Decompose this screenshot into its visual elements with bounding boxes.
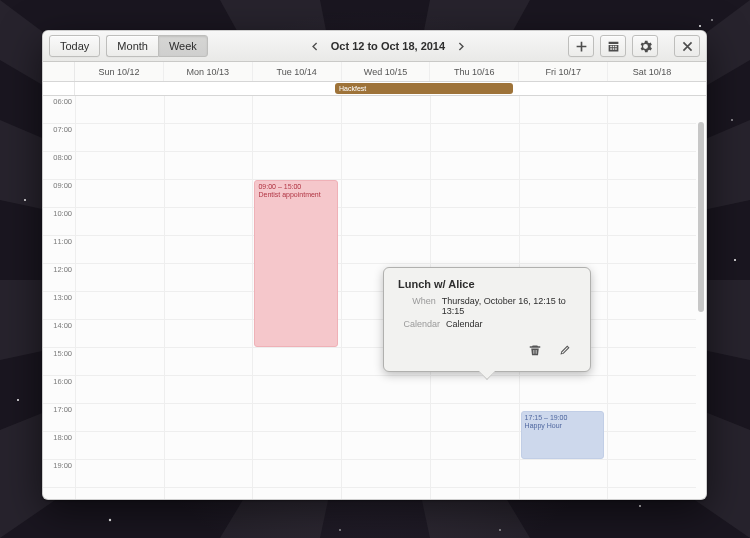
- time-column: 06:00 07:00 08:00 09:00 10:00 11:00 12:0…: [43, 96, 75, 499]
- today-label: Today: [60, 40, 89, 52]
- hour-label: 12:00: [43, 264, 75, 292]
- calendar-grid-icon: [607, 40, 620, 53]
- calendar-window: Today Month Week Oct 12 to Oct 18, 2014: [42, 30, 707, 500]
- day-col-tue[interactable]: 09:00 – 15:00 Dentist appointment: [252, 96, 341, 499]
- event-time: 09:00 – 15:00: [258, 183, 334, 191]
- view-switcher: Month Week: [106, 35, 208, 57]
- close-window-button[interactable]: [674, 35, 700, 57]
- allday-event-label: Hackfest: [339, 85, 366, 92]
- popover-title: Lunch w/ Alice: [398, 278, 576, 290]
- gear-icon: [639, 40, 652, 53]
- popover-cal-key: Calendar: [398, 319, 440, 329]
- allday-event-hackfest[interactable]: Hackfest: [335, 83, 513, 94]
- hour-label: 18:00: [43, 432, 75, 460]
- day-header[interactable]: Fri 10/17: [519, 62, 608, 81]
- month-label: Month: [117, 40, 148, 52]
- hour-label: 10:00: [43, 208, 75, 236]
- today-button[interactable]: Today: [49, 35, 100, 57]
- svg-point-14: [711, 19, 713, 21]
- svg-point-16: [109, 519, 111, 521]
- hour-label: 14:00: [43, 320, 75, 348]
- hour-label: 07:00: [43, 124, 75, 152]
- month-tab[interactable]: Month: [106, 35, 158, 57]
- week-tab[interactable]: Week: [158, 35, 208, 57]
- delete-event-button[interactable]: [524, 339, 546, 361]
- svg-point-21: [731, 119, 733, 121]
- hour-label: 08:00: [43, 152, 75, 180]
- svg-point-22: [17, 399, 19, 401]
- day-header[interactable]: Wed 10/15: [342, 62, 431, 81]
- event-popover: Lunch w/ Alice When Thursday, October 16…: [383, 267, 591, 372]
- close-icon: [681, 40, 694, 53]
- settings-button[interactable]: [632, 35, 658, 57]
- edit-event-button[interactable]: [554, 339, 576, 361]
- day-col-mon[interactable]: [164, 96, 253, 499]
- chevron-left-icon: [308, 40, 321, 53]
- prev-week-button[interactable]: [307, 35, 323, 57]
- week-label: Week: [169, 40, 197, 52]
- pencil-icon: [559, 344, 571, 356]
- svg-point-13: [699, 25, 701, 27]
- scroll-thumb[interactable]: [698, 122, 704, 312]
- calendars-button[interactable]: [600, 35, 626, 57]
- day-header[interactable]: Thu 10/16: [430, 62, 519, 81]
- hour-label: 16:00: [43, 376, 75, 404]
- hour-label: 11:00: [43, 236, 75, 264]
- svg-point-19: [24, 199, 26, 201]
- day-header[interactable]: Mon 10/13: [164, 62, 253, 81]
- calendar-content: Sun 10/12 Mon 10/13 Tue 10/14 Wed 10/15 …: [43, 62, 706, 499]
- day-col-sun[interactable]: [75, 96, 164, 499]
- hour-label: 09:00: [43, 180, 75, 208]
- svg-point-20: [734, 259, 736, 261]
- new-event-button[interactable]: [568, 35, 594, 57]
- popover-cal-value: Calendar: [446, 319, 483, 329]
- headerbar: Today Month Week Oct 12 to Oct 18, 2014: [43, 31, 706, 62]
- hour-label: 17:00: [43, 404, 75, 432]
- next-week-button[interactable]: [453, 35, 469, 57]
- plus-icon: [575, 40, 588, 53]
- hour-label: 15:00: [43, 348, 75, 376]
- event-title: Dentist appointment: [258, 191, 320, 198]
- hour-label: 19:00: [43, 460, 75, 488]
- day-col-sat[interactable]: [607, 96, 696, 499]
- event-happyhour[interactable]: 17:15 – 19:00 Happy Hour: [521, 411, 605, 459]
- svg-point-15: [639, 505, 641, 507]
- day-header[interactable]: Sat 10/18: [608, 62, 696, 81]
- week-grid[interactable]: 06:00 07:00 08:00 09:00 10:00 11:00 12:0…: [43, 96, 706, 499]
- day-header-row: Sun 10/12 Mon 10/13 Tue 10/14 Wed 10/15 …: [43, 62, 706, 82]
- event-time: 17:15 – 19:00: [525, 414, 601, 422]
- allday-row: Hackfest: [43, 82, 706, 96]
- hour-label: 06:00: [43, 96, 75, 124]
- day-header[interactable]: Tue 10/14: [253, 62, 342, 81]
- popover-when-value: Thursday, October 16, 12:15 to 13:15: [442, 296, 576, 316]
- svg-point-18: [499, 529, 501, 531]
- date-navigator: Oct 12 to Oct 18, 2014: [307, 35, 469, 57]
- scrollbar[interactable]: [698, 97, 704, 496]
- chevron-right-icon: [455, 40, 468, 53]
- event-title: Happy Hour: [525, 422, 562, 429]
- date-range-label: Oct 12 to Oct 18, 2014: [331, 40, 445, 52]
- trash-icon: [529, 344, 541, 356]
- event-dentist[interactable]: 09:00 – 15:00 Dentist appointment: [254, 180, 338, 347]
- hour-label: 13:00: [43, 292, 75, 320]
- popover-when-key: When: [398, 296, 436, 316]
- day-header[interactable]: Sun 10/12: [75, 62, 164, 81]
- svg-point-17: [339, 529, 341, 531]
